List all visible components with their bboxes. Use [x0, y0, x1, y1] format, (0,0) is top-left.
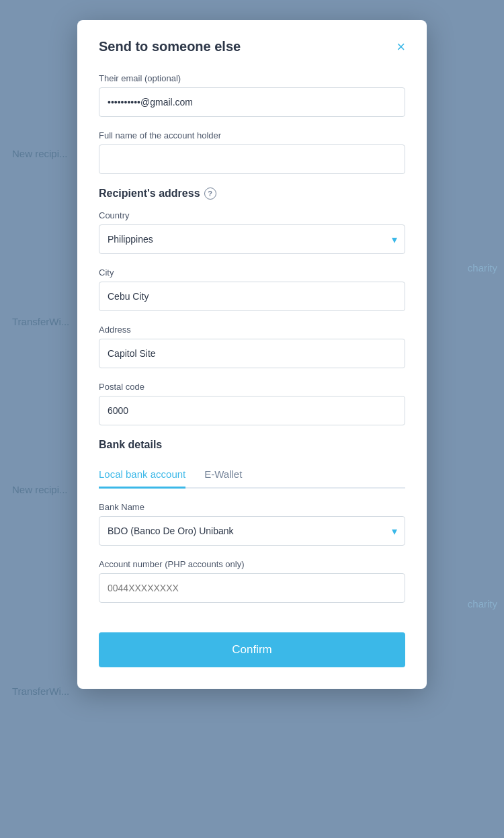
country-label: Country — [99, 210, 405, 220]
bank-name-group: Bank Name BDO (Banco De Oro) Unibank ▾ — [99, 502, 405, 546]
backdrop-text-2: charity — [468, 262, 497, 274]
tab-ewallet[interactable]: E-Wallet — [204, 462, 242, 489]
country-select[interactable]: Philippines — [99, 224, 405, 254]
backdrop-text-3: TransferWi... — [12, 316, 69, 327]
postal-group: Postal code — [99, 382, 405, 425]
backdrop-text-1: New recipi... — [12, 148, 68, 159]
confirm-button[interactable]: Confirm — [99, 632, 405, 667]
modal-title: Send to someone else — [99, 39, 241, 54]
account-number-label: Account number (PHP accounts only) — [99, 559, 405, 569]
bank-name-label: Bank Name — [99, 502, 405, 512]
fullname-label: Full name of the account holder — [99, 130, 405, 140]
city-label: City — [99, 267, 405, 278]
fullname-group: Full name of the account holder — [99, 130, 405, 174]
help-icon[interactable]: ? — [204, 187, 216, 200]
email-label: Their email (optional) — [99, 73, 405, 83]
recipient-address-title: Recipient's address — [99, 187, 200, 200]
bank-tabs: Local bank account E-Wallet — [99, 462, 405, 489]
country-select-wrapper: Philippines ▾ — [99, 224, 405, 254]
city-group: City — [99, 267, 405, 311]
bank-details-title: Bank details — [99, 439, 405, 451]
backdrop-text-5: charity — [468, 598, 497, 610]
send-modal: Send to someone else × Their email (opti… — [77, 20, 427, 689]
postal-label: Postal code — [99, 382, 405, 392]
city-input[interactable] — [99, 282, 405, 311]
country-group: Country Philippines ▾ — [99, 210, 405, 254]
backdrop-text-4: New recipi... — [12, 484, 68, 495]
tab-local-bank[interactable]: Local bank account — [99, 462, 185, 489]
backdrop-text-6: TransferWi... — [12, 685, 69, 697]
close-button[interactable]: × — [396, 40, 405, 54]
account-number-group: Account number (PHP accounts only) — [99, 559, 405, 603]
email-input[interactable] — [99, 87, 405, 117]
postal-input[interactable] — [99, 396, 405, 425]
bank-name-select-wrapper: BDO (Banco De Oro) Unibank ▾ — [99, 516, 405, 546]
address-group: Address — [99, 325, 405, 368]
recipient-address-section: Recipient's address ? — [99, 187, 405, 200]
bank-name-select[interactable]: BDO (Banco De Oro) Unibank — [99, 516, 405, 546]
fullname-input[interactable] — [99, 144, 405, 174]
address-input[interactable] — [99, 339, 405, 368]
address-label: Address — [99, 325, 405, 335]
email-group: Their email (optional) — [99, 73, 405, 117]
account-number-input[interactable] — [99, 573, 405, 603]
modal-header: Send to someone else × — [99, 39, 405, 54]
